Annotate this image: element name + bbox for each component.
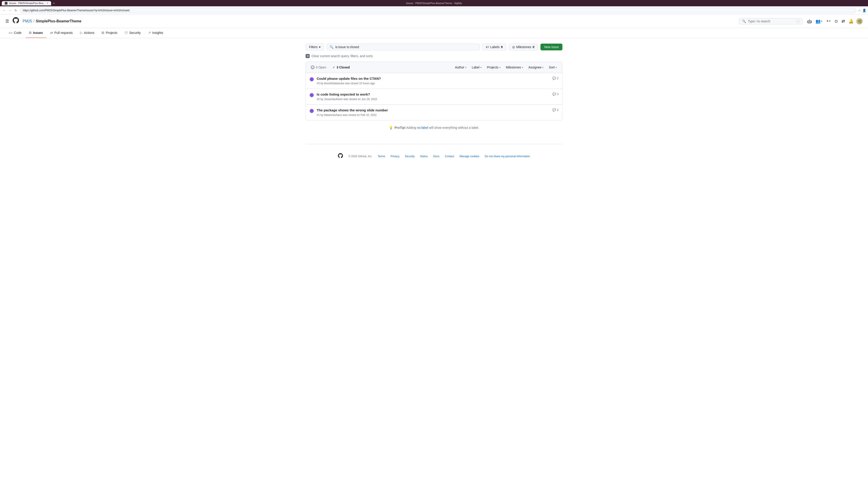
no-label-link[interactable]: no:label [417, 126, 428, 129]
issue-closed-icon-1 [309, 77, 314, 82]
protip-label: ProTip! [395, 126, 405, 129]
copilot-button[interactable]: 🤖 [806, 18, 813, 25]
author-filter[interactable]: Author ▾ [453, 65, 468, 70]
footer-privacy[interactable]: Privacy [391, 155, 399, 158]
footer-contact[interactable]: Contact [445, 155, 454, 158]
closed-issues-count[interactable]: ✓ 3 Closed [331, 65, 351, 70]
issue-body-2: Is code listing expected to work? #2 by … [317, 92, 550, 101]
forward-button[interactable]: → [8, 8, 13, 13]
address-bar: ← → ↻ ☆ 👤 [0, 6, 868, 14]
issue-title-2[interactable]: Is code listing expected to work? [317, 92, 550, 96]
milestones-count: 0 [533, 45, 535, 49]
open-circle-icon: ○ [311, 66, 314, 69]
main-content: Filters ▾ 🔍 🏷 Labels 9 ◎ Milestones 0 Ne… [298, 38, 569, 170]
clear-filter[interactable]: ✕ Clear current search query, filters, a… [306, 54, 562, 58]
issue-item-3: The package shows the wrong slide number… [306, 105, 562, 120]
global-search: 🔍 Type / to search / [739, 18, 802, 24]
footer-docs[interactable]: Docs [433, 155, 439, 158]
refresh-button[interactable]: ↻ [13, 8, 18, 13]
org-link[interactable]: PM25 [23, 19, 32, 23]
issues-toolbar: Filters ▾ 🔍 🏷 Labels 9 ◎ Milestones 0 Ne… [306, 43, 562, 51]
breadcrumb: PM25 / SimplePlus-BeamerTheme [23, 19, 81, 23]
issues-button[interactable]: ⊙ [834, 18, 839, 25]
nav-insights[interactable]: ↗ Insights [145, 28, 166, 38]
protip-text-after: will show everything without a label. [429, 126, 479, 129]
address-input[interactable] [20, 8, 856, 13]
bookmark-icon[interactable]: ☆ [858, 8, 861, 12]
issue-comments-1[interactable]: 💬 2 [553, 76, 559, 80]
label-icon: 🏷 [486, 45, 489, 49]
labels-count: 9 [501, 45, 503, 49]
browser-tab-close[interactable]: ✕ [46, 2, 49, 4]
profile-icon[interactable]: 👤 [862, 8, 866, 12]
labels-button[interactable]: 🏷 Labels 9 [483, 43, 506, 51]
hamburger-menu[interactable]: ☰ [5, 19, 9, 24]
github-logo[interactable] [13, 17, 19, 25]
insights-icon: ↗ [148, 31, 151, 35]
issue-meta-3: #1 by fabianneuhaus was closed on Feb 10… [317, 113, 377, 117]
footer-manage-cookies[interactable]: Manage cookies [460, 155, 479, 158]
issue-body-1: Could please update files on the CTAN? #… [317, 76, 550, 85]
browser-window-title: Issues · PM25/SimplePlus-BeamerTheme · N… [406, 2, 462, 4]
footer-status[interactable]: Status [420, 155, 428, 158]
open-issues-count[interactable]: ○ 0 Open [309, 65, 328, 70]
assignee-caret-icon: ▾ [542, 66, 544, 69]
closed-check-icon: ✓ [333, 66, 335, 69]
search-bar[interactable]: 🔍 [327, 43, 480, 51]
issue-title-3[interactable]: The package shows the wrong slide number [317, 108, 550, 112]
projects-filter[interactable]: Projects ▾ [485, 65, 502, 70]
actions-icon: ▷ [80, 31, 83, 35]
label-filter[interactable]: Label ▾ [470, 65, 483, 70]
footer-security[interactable]: Security [405, 155, 414, 158]
notifications-button[interactable]: 🔔 [848, 18, 855, 25]
labels-label: Labels [490, 45, 500, 49]
issue-meta-1: #3 by kinoshitadaisuke was closed 10 hou… [317, 82, 375, 85]
footer-terms[interactable]: Terms [378, 155, 385, 158]
nav-code[interactable]: <> Code [5, 28, 25, 38]
protip-icon: 💡 [389, 126, 393, 129]
nav-pull-requests[interactable]: ⇄ Pull requests [47, 28, 76, 38]
issue-item: Could please update files on the CTAN? #… [306, 73, 562, 89]
sort-filter[interactable]: Sort ▾ [547, 65, 559, 70]
nav-security[interactable]: 🛡 Security [121, 28, 144, 38]
issue-comments-2[interactable]: 💬 3 [553, 92, 559, 96]
create-new-button[interactable]: + ▾ [825, 18, 832, 24]
protip: 💡 ProTip! Adding no:label will show ever… [306, 121, 562, 135]
issues-header: ○ 0 Open ✓ 3 Closed Author ▾ Label ▾ Pro… [306, 62, 562, 73]
protip-text-before: Adding [406, 126, 417, 129]
new-tab-button[interactable]: + [53, 1, 55, 5]
search-input[interactable] [335, 45, 477, 49]
avatar[interactable]: 🌿 [856, 18, 863, 24]
breadcrumb-separator: / [33, 19, 34, 23]
issue-comments-3[interactable]: 💬 2 [553, 108, 559, 111]
browser-tab[interactable]: ⬛ Issues · PM25/SimplePlus-Bea... ✕ [2, 1, 51, 5]
browser-tab-title: Issues · PM25/SimplePlus-Bea... [9, 2, 45, 4]
issue-closed-icon-3 [309, 109, 314, 113]
search-kbd: / [797, 20, 800, 23]
back-button[interactable]: ← [2, 8, 7, 13]
issue-closed-icon-2 [309, 93, 314, 97]
assignee-filter[interactable]: Assignee ▾ [527, 65, 546, 70]
nav-projects[interactable]: ⊞ Projects [98, 28, 121, 38]
milestones-label: Milestones [516, 45, 531, 49]
pull-requests-button[interactable]: ⇄ [841, 18, 846, 25]
milestones-button[interactable]: ◎ Milestones 0 [509, 43, 538, 51]
milestones-filter[interactable]: Milestones ▾ [504, 65, 525, 70]
nav-actions[interactable]: ▷ Actions [77, 28, 98, 38]
issue-meta-2: #2 by JonasVautherin was closed on Jun 2… [317, 98, 377, 101]
footer-do-not-share[interactable]: Do not share my personal information [485, 155, 530, 158]
search-bar-icon: 🔍 [330, 45, 333, 49]
filters-label: Filters [309, 45, 318, 49]
teams-dropdown-button[interactable]: 👥 ▾ [815, 18, 823, 25]
search-box[interactable]: 🔍 Type / to search / [739, 18, 802, 24]
issue-title-1[interactable]: Could please update files on the CTAN? [317, 76, 550, 80]
filters-button[interactable]: Filters ▾ [306, 43, 324, 51]
notifications-wrapper: 🔔 [848, 18, 855, 25]
issues-container: ○ 0 Open ✓ 3 Closed Author ▾ Label ▾ Pro… [306, 62, 562, 121]
nav-issues[interactable]: ⊙ Issues [26, 28, 46, 38]
projects-caret-icon: ▾ [499, 66, 500, 69]
repo-name[interactable]: SimplePlus-BeamerTheme [36, 19, 81, 23]
issues-filter-dropdowns: Author ▾ Label ▾ Projects ▾ Milestones ▾… [453, 65, 559, 70]
milestones-caret-icon: ▾ [522, 66, 523, 69]
new-issue-button[interactable]: New issue [540, 43, 562, 51]
